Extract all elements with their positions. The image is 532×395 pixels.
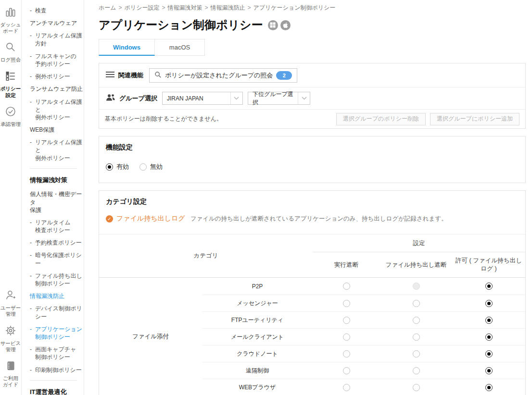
sidebar-item-label: 予約検査ポリシー	[35, 239, 82, 247]
rail-item-user-guide[interactable]: ご利用 ガイド	[3, 360, 18, 388]
feature-radio-option[interactable]: 有効	[106, 162, 129, 171]
radio-button[interactable]	[485, 333, 493, 341]
table-cell	[313, 367, 380, 374]
radio-label: 有効	[116, 162, 129, 171]
radio-button[interactable]	[485, 317, 493, 324]
radio-button[interactable]	[485, 283, 493, 290]
table-row: メッセンジャー	[202, 295, 525, 311]
radio-button[interactable]	[485, 300, 493, 307]
radio-button[interactable]	[343, 367, 350, 374]
sidebar-item[interactable]: -予約検査ポリシー	[30, 239, 84, 247]
feature-settings-panel: 機能設定 有効無効	[99, 136, 526, 183]
sidebar-item-dash: -	[30, 73, 35, 80]
breadcrumb-item[interactable]: 情報漏洩防止	[210, 4, 245, 11]
search-icon	[154, 71, 162, 80]
radio-button[interactable]	[413, 333, 420, 341]
app-category-name: WEBブラウザ	[202, 383, 313, 392]
subgroup-select-dropdown[interactable]: 下位グループ選択	[248, 92, 310, 105]
sidebar-item[interactable]: -画面キャプチャ 制御ポリシー	[30, 346, 84, 361]
sidebar-item[interactable]: -検査	[30, 7, 84, 14]
sidebar-item[interactable]: -ファイル持ち出し 制御ポリシー	[30, 272, 84, 287]
sidebar-item-label: デバイス制御ポリシー	[35, 305, 84, 320]
rail-item-label: ご利用 ガイド	[3, 375, 18, 388]
delete-group-policy-button[interactable]: 選択グループのポリシー削除	[336, 113, 426, 125]
radio-button[interactable]	[413, 300, 420, 307]
radio-button[interactable]	[343, 317, 350, 324]
sidebar-group-label: WEB保護	[30, 126, 84, 134]
main-content: ホーム>ポリシー設定>情報漏洩対策>情報漏洩防止>アプリケーション制御ポリシー …	[84, 0, 532, 395]
radio-button[interactable]	[106, 163, 113, 171]
rail-item-log-search[interactable]: ログ照会	[0, 41, 21, 63]
category-table: カテゴリ 設定 実行遮断 ファイル持ち出し遮断 許可 ( ファイル持ち出しログ …	[99, 234, 525, 395]
sidebar-item-label: リアルタイム保護方針	[35, 32, 84, 47]
policy-note: 基本ポリシーは削除することができません。	[105, 115, 222, 123]
sidebar-item-label: フルスキャンの 予約ポリシー	[35, 52, 76, 68]
sidebar-item[interactable]: -例外ポリシー	[30, 73, 84, 80]
sidebar-item-label: ファイル持ち出し 制御ポリシー	[35, 272, 82, 287]
rail-item-label: サービス 管理	[0, 340, 21, 353]
table-cell	[452, 283, 525, 290]
category-settings-title: カテゴリ設定	[99, 191, 525, 206]
hamburger-icon[interactable]	[106, 71, 114, 80]
breadcrumb-item[interactable]: ポリシー設定	[125, 4, 160, 11]
sidebar-item[interactable]: -リアルタイム保護方針	[30, 32, 84, 47]
tab-windows[interactable]: Windows	[99, 39, 155, 56]
sidebar-divider	[30, 168, 77, 169]
sidebar-section-header: IT運営最適化	[30, 388, 84, 395]
sidebar-item[interactable]: -リアルタイム 検査ポリシー	[30, 219, 84, 234]
rail-item-policy-settings[interactable]: ポリシー 設定	[0, 70, 21, 98]
chevron-down-icon	[230, 92, 242, 104]
radio-button[interactable]	[413, 350, 420, 358]
sidebar-item[interactable]: -暗号化保護ポリシー	[30, 251, 84, 267]
group-search-label: ポリシーが設定されたグループの照会	[165, 71, 273, 80]
table-cell	[313, 300, 380, 307]
breadcrumb-item[interactable]: ホーム	[99, 4, 116, 11]
category-table-body: ファイル添付 P2PメッセンジャーFTPユーティリティメールクライアントクラウド…	[99, 278, 525, 395]
related-functions-label: 関連機能	[118, 71, 143, 80]
table-cell	[452, 300, 525, 307]
add-group-policy-button[interactable]: 選択グループにポリシー追加	[430, 113, 519, 125]
file-export-log-link[interactable]: ファイル持ち出しログ	[116, 214, 185, 223]
policy-note-row: 基本ポリシーは削除することができません。 選択グループのポリシー削除 選択グルー…	[99, 110, 525, 128]
tab-macos[interactable]: macOS	[155, 39, 205, 56]
sidebar-item[interactable]: -印刷制御ポリシー	[30, 366, 84, 374]
group-search-button[interactable]: ポリシーが設定されたグループの照会 2	[149, 68, 297, 83]
rail-item-dashboard[interactable]: ダッシュ ボード	[0, 6, 21, 34]
breadcrumb-item[interactable]: 情報漏洩対策	[167, 4, 202, 11]
group-select-label: グループ選択	[119, 94, 157, 103]
radio-button[interactable]	[485, 367, 493, 374]
sidebar-item-dash: -	[30, 325, 35, 341]
sidebar-item[interactable]: -リアルタイム保護と 例外ポリシー	[30, 98, 84, 122]
related-functions-row: 関連機能 ポリシーが設定されたグループの照会 2	[99, 63, 525, 87]
sidebar-item[interactable]: -デバイス制御ポリシー	[30, 305, 84, 320]
group-count-badge: 2	[276, 71, 292, 80]
approval-icon	[5, 106, 16, 119]
sidebar-divider	[30, 380, 77, 381]
feature-radio-option[interactable]: 無効	[139, 162, 163, 171]
group-select-dropdown[interactable]: JIRAN JAPAN	[162, 92, 243, 105]
table-cell	[452, 384, 525, 391]
radio-button[interactable]	[139, 163, 147, 171]
radio-button[interactable]	[485, 350, 493, 358]
radio-button[interactable]	[413, 384, 420, 391]
radio-button[interactable]	[343, 333, 350, 341]
radio-button[interactable]	[343, 350, 350, 358]
sidebar-item-dash: -	[30, 251, 35, 267]
sidebar-item[interactable]: -アプリケーション 制御ポリシー	[30, 325, 84, 341]
radio-button[interactable]	[413, 367, 420, 374]
radio-button[interactable]	[343, 300, 350, 307]
radio-button[interactable]	[413, 317, 420, 324]
sidebar-group-label: 個人情報・機密データ 保護	[30, 190, 84, 214]
radio-button[interactable]	[485, 384, 493, 391]
radio-button[interactable]	[343, 384, 350, 391]
breadcrumb-item: アプリケーション制御ポリシー	[253, 4, 335, 11]
category-table-header: カテゴリ 設定 実行遮断 ファイル持ち出し遮断 許可 ( ファイル持ち出しログ …	[99, 234, 525, 278]
rail-item-approval[interactable]: 承認管理	[0, 106, 21, 127]
sidebar-item-label: 例外ポリシー	[35, 73, 70, 80]
sidebar-item[interactable]: -フルスキャンの 予約ポリシー	[30, 52, 84, 68]
sidebar-item[interactable]: -リアルタイム保護と 例外ポリシー	[30, 138, 84, 162]
radio-button[interactable]	[343, 283, 350, 290]
sidebar-section-header: 情報漏洩対策	[30, 176, 84, 185]
rail-item-user-management[interactable]: ユーザー 管理	[0, 289, 21, 317]
rail-item-service-management[interactable]: サービス 管理	[0, 325, 21, 353]
